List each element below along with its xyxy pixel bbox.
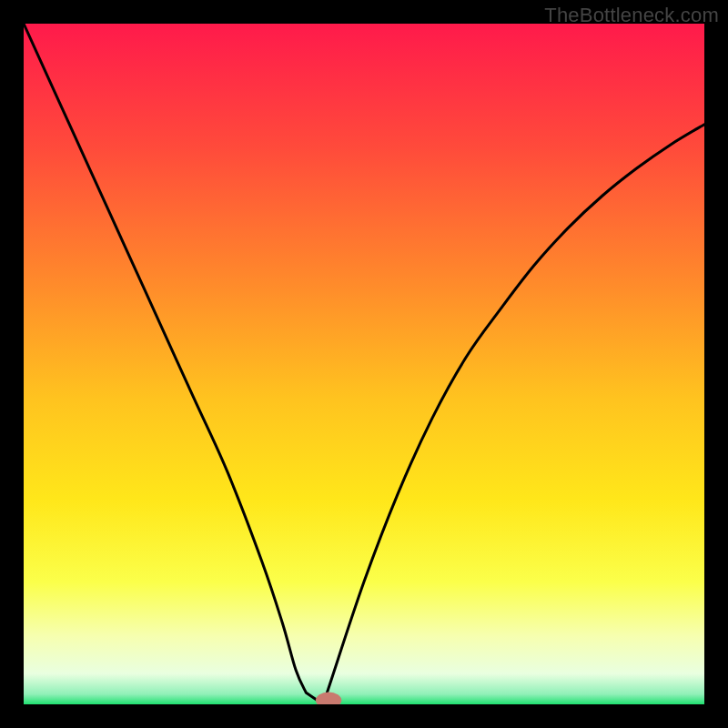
gradient-background [24,24,704,704]
chart-frame: TheBottleneck.com [0,0,728,728]
bottleneck-chart [24,24,704,704]
plot-area [24,24,704,704]
